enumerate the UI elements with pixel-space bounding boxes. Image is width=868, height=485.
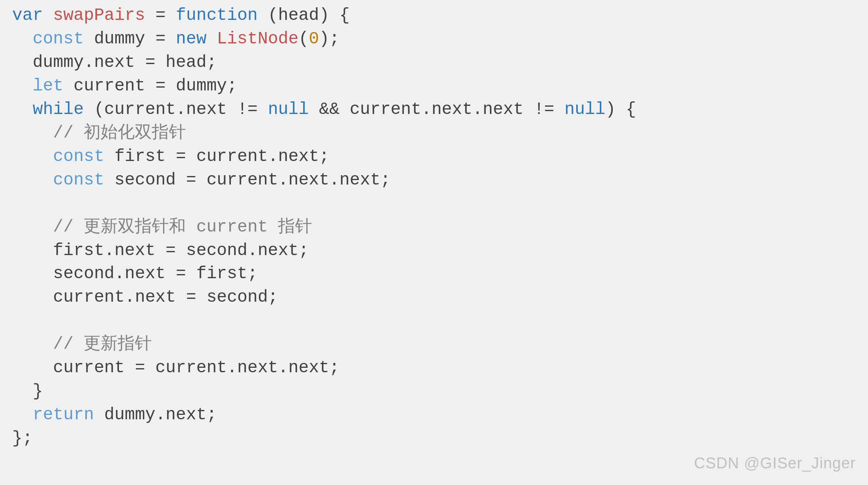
code-line: }; [12, 427, 856, 451]
code-token [12, 123, 53, 143]
code-line [12, 192, 856, 216]
code-token: ( [299, 29, 309, 49]
code-line: var swapPairs = function (head) { [12, 4, 856, 28]
code-line: let current = dummy; [12, 75, 856, 98]
code-token: ) { [319, 6, 350, 25]
code-token: function [176, 6, 258, 25]
code-token [12, 335, 53, 354]
code-line: first.next = second.next; [12, 239, 856, 263]
code-token: ( [258, 6, 278, 25]
code-token: 0 [309, 29, 319, 49]
code-token: ); [319, 29, 339, 49]
code-token: } [12, 382, 43, 401]
code-token: dummy.next = head; [12, 53, 217, 72]
code-line: } [12, 380, 856, 403]
code-token: ) { [605, 100, 636, 119]
code-token [12, 100, 32, 119]
code-token: current.next = second; [12, 288, 278, 307]
code-token [12, 76, 32, 96]
code-token: // 更新指针 [53, 335, 152, 354]
code-line: dummy.next = head; [12, 51, 856, 75]
code-token: current = dummy; [63, 76, 237, 96]
code-token: && current.next.next != [309, 100, 564, 119]
code-token [12, 170, 53, 190]
code-line: const dummy = new ListNode(0); [12, 28, 856, 51]
code-token [12, 147, 53, 166]
code-token: var [12, 6, 53, 25]
code-token [12, 217, 53, 237]
code-token: // 初始化双指针 [53, 123, 186, 143]
code-token: return [32, 405, 94, 425]
code-line: // 更新指针 [12, 333, 856, 356]
code-token: head [278, 6, 319, 25]
code-token: }; [12, 429, 32, 448]
code-token: const [53, 170, 104, 190]
code-line: const second = current.next.next; [12, 169, 856, 192]
code-token [12, 405, 32, 425]
code-token: while [32, 100, 84, 119]
code-token: let [32, 76, 63, 96]
code-token: new [176, 29, 207, 49]
code-line: // 更新双指针和 current 指针 [12, 216, 856, 239]
code-line: current.next = second; [12, 286, 856, 309]
code-line [12, 309, 856, 333]
code-token: dummy = [84, 29, 176, 49]
code-line: second.next = first; [12, 262, 856, 286]
code-line: // 初始化双指针 [12, 122, 856, 145]
code-line: current = current.next.next; [12, 356, 856, 380]
code-line: const first = current.next; [12, 145, 856, 169]
code-token: swapPairs [53, 6, 145, 25]
code-token: null [564, 100, 605, 119]
code-container: var swapPairs = function (head) { const … [0, 0, 868, 485]
code-token: first.next = second.next; [12, 241, 309, 260]
code-token: = [145, 6, 176, 25]
code-token: // 更新双指针和 current 指针 [53, 217, 312, 237]
code-token [207, 29, 217, 49]
code-token: current = current.next.next; [12, 358, 340, 378]
code-token: first = current.next; [104, 147, 330, 166]
code-token: null [268, 100, 309, 119]
code-token: const [53, 147, 104, 166]
code-line: while (current.next != null && current.n… [12, 98, 856, 122]
code-line: return dummy.next; [12, 403, 856, 427]
code-token: ListNode [217, 29, 299, 49]
code-token [12, 29, 32, 49]
code-token: dummy.next; [94, 405, 217, 425]
code-block: var swapPairs = function (head) { const … [12, 4, 856, 451]
code-token: (current.next != [84, 100, 268, 119]
watermark: CSDN @GISer_Jinger [694, 453, 856, 474]
code-token: second.next = first; [12, 264, 258, 283]
code-token: const [32, 29, 84, 49]
code-token: second = current.next.next; [104, 170, 391, 190]
